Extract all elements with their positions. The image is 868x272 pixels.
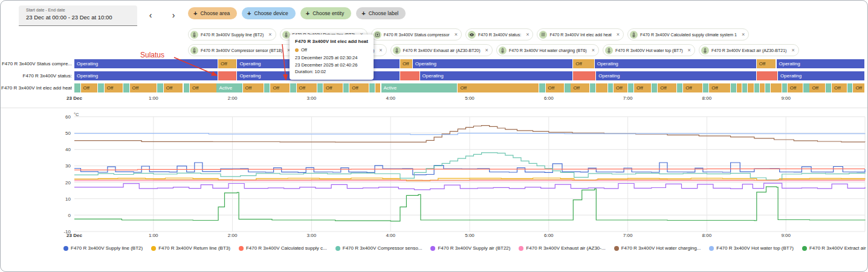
timeline-segment-active[interactable] [765,83,771,92]
timeline-segment-operating[interactable]: Operating [413,59,574,68]
close-icon[interactable]: × [589,47,597,53]
filter-chip-choose-entity[interactable]: +Choose entity [300,7,351,19]
close-icon[interactable]: × [483,47,491,53]
entity-chip-f470-r-3x400v-exhaust-air-az30-bt20[interactable]: F470 R 3x400V Exhaust air (AZ30-BT20)× [390,44,493,56]
timeline-segment-off[interactable] [771,83,782,92]
timeline-segment-off[interactable]: Off [809,83,825,92]
legend-item-f470-r-3x400v-exhaust-air-az30[interactable]: F470 R 3x400V Exhaust air (AZ30-... [519,245,605,251]
timeline-segment-off[interactable]: Off [614,83,628,92]
close-icon[interactable]: × [452,31,460,37]
timeline-segment-off[interactable]: Off [190,83,217,92]
entity-chip-f470-r-3x400v-calculated-supply-climate-system-1[interactable]: F470 R 3x400V Calculated supply climate … [627,28,749,40]
timeline-segment-off[interactable]: Off [270,83,290,92]
timeline-segment-off[interactable]: Off [218,59,237,68]
entity-chip-f470-r-3x400v-extract-air-az30-bt21[interactable]: F470 R 3x400V Extract air (AZ30-BT21)× [699,44,799,56]
timeline-segment-active[interactable] [369,83,376,92]
timeline-segment-off[interactable] [596,83,608,92]
timeline-segment-off[interactable] [737,83,742,92]
timeline-segment-active[interactable] [264,83,271,92]
timeline-segment-active[interactable]: Active [381,83,458,92]
timeline-segment-active[interactable] [290,83,297,92]
timeline-segment-active[interactable] [652,83,658,92]
timeline-segment-off[interactable] [375,83,381,92]
timeline-segment-active[interactable] [98,83,105,92]
timeline-segment-off[interactable]: Off [105,83,123,92]
timeline-segment-active[interactable] [826,83,832,92]
timeline-segment-active[interactable] [184,83,190,92]
legend-item-f470-r-3x400v-supply-line-bt2[interactable]: F470 R 3x400V Supply line (BT2) [63,245,143,251]
timeline-segment-off[interactable]: Off [709,83,730,92]
timeline-segment-active[interactable] [703,83,710,92]
timeline-segment-defrost[interactable] [757,71,778,80]
timeline-segment-operating[interactable]: Operating [420,71,574,80]
timeline-segment-active[interactable] [847,83,853,92]
timeline-segment-active[interactable] [803,83,810,92]
legend-item-f470-r-3x400v-extract-air-az30-b[interactable]: F470 R 3x400V Extract air (AZ30-B... [802,245,868,251]
timeline-segment-active[interactable] [539,83,546,92]
timeline-segment-off[interactable]: Off [546,83,565,92]
close-icon[interactable]: × [377,47,384,53]
timeline-segment-off[interactable]: Off [634,83,652,92]
timeline-segment-active[interactable] [608,83,614,92]
previous-period-button[interactable]: ‹ [143,8,158,22]
timeline-segment-active[interactable] [731,83,737,92]
legend-item-f470-r-3x400v-compressor-senso[interactable]: F470 R 3x400V Compressor senso... [335,245,423,251]
entity-chip-f470-r-3x400v-int-elec-add-heat[interactable]: F470 R 3x400V Int elec add heat× [537,28,624,40]
legend-item-f470-r-3x400v-supply-air-bt22[interactable]: F470 R 3x400V Supply air (BT22) [430,245,510,251]
timeline-segment-active[interactable] [123,83,130,92]
legend-item-f470-r-3x400v-calculated-supply-c[interactable]: F470 R 3x400V Calculated supply c... [239,245,327,251]
entity-chip-f470-r-3x400v-hot-water-top-bt7[interactable]: F470 R 3x400V Hot water top (BT7)× [603,44,695,56]
timeline-segment-off[interactable]: Off [130,83,158,92]
timeline-segment-active[interactable] [677,83,684,92]
timeline-segment-off[interactable]: Off [323,83,343,92]
timeline-segment-active[interactable] [343,83,350,92]
timeline-segment-off[interactable]: Off [832,83,847,92]
filter-chip-choose-device[interactable]: +Choose device [242,7,296,19]
timeline-segment-active[interactable] [742,83,748,92]
timeline-segment-off[interactable]: Off [683,83,703,92]
entity-chip-f470-r-3x400v-compressor-sensor-bt18[interactable]: F470 R 3x400V Compressor sensor (BT18)× [188,44,294,56]
timeline-segment-off[interactable]: Off [853,83,865,92]
timeline-segment-off[interactable] [748,83,754,92]
timeline-segment-off[interactable]: Off [297,83,317,92]
timeline-segment-defrost[interactable] [573,71,596,80]
entity-chip-f470-r-3x400v-hot-water-charging-bt6[interactable]: F470 R 3x400V Hot water charging (BT6)× [496,44,599,56]
history-chart[interactable]: -100102030405060°C23 Dec1:002:003:004:00… [1,112,868,244]
timeline-segment-active[interactable] [74,83,81,92]
timeline-segment-operating[interactable]: Operating [596,71,757,80]
legend-item-f470-r-3x400v-hot-water-top-bt7[interactable]: F470 R 3x400V Hot water top (BT7) [709,245,794,251]
timeline-segment-off[interactable]: Off [658,83,676,92]
timeline-segment-off[interactable]: Off [458,83,539,92]
legend-item-f470-r-3x400v-return-line-bt3[interactable]: F470 R 3x400V Return line (BT3) [151,245,230,251]
filter-chip-choose-area[interactable]: +Choose area [188,7,237,19]
entity-chip-f470-r-3x400v-status[interactable]: F470 R 3x400V status:× [465,28,533,40]
timeline-segment-active[interactable] [317,83,324,92]
timeline-segment-active[interactable] [157,83,164,92]
timeline-segment-off[interactable]: Off [573,59,594,68]
timeline-segment-off[interactable]: Off [243,83,264,92]
next-period-button[interactable]: › [166,8,181,22]
timeline-segment-off[interactable]: Off [81,83,99,92]
timeline-segment-off[interactable] [760,83,765,92]
timeline-segment-off[interactable]: Off [164,83,184,92]
close-icon[interactable]: × [739,31,747,37]
timeline-segment-off[interactable]: Off [788,83,803,92]
timeline-segment-off[interactable]: Off [400,59,413,68]
close-icon[interactable]: × [614,31,622,37]
timeline-segment-off[interactable]: Off [757,59,777,68]
close-icon[interactable]: × [789,47,797,53]
timeline-segment-active[interactable] [565,83,571,92]
timeline-segment-active[interactable] [754,83,760,92]
close-icon[interactable]: × [685,47,693,53]
entity-chip-f470-r-3x400v-supply-line-bt2[interactable]: F470 R 3x400V Supply line (BT2)× [188,28,276,40]
timeline-segment-active[interactable]: Active [216,83,242,92]
timeline-segment-operating[interactable]: Operating [778,71,865,80]
timeline-segment-active[interactable] [628,83,635,92]
date-range-picker[interactable]: Start date - End date 23 Dec at 00:00 - … [19,5,137,26]
timeline-segment-off[interactable]: Off [571,83,589,92]
timeline-segment-defrost[interactable] [218,71,237,80]
entity-chip-f470-r-3x400v-status-compressor[interactable]: F470 R 3x400V Status compressor× [371,28,462,40]
filter-chip-choose-label[interactable]: +Choose label [356,7,406,19]
legend-item-f470-r-3x400v-hot-water-charging[interactable]: F470 R 3x400V Hot water charging... [614,245,701,251]
close-icon[interactable]: × [266,31,274,37]
